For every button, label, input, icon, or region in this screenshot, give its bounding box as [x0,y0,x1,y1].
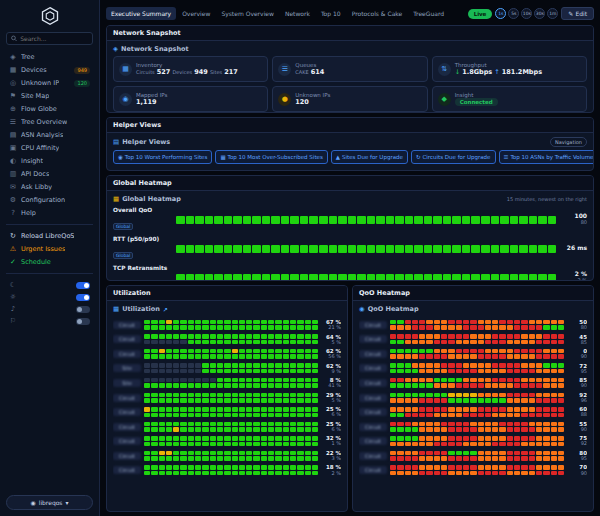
circuit-badge[interactable]: Circuit [359,466,387,474]
sound-toggle[interactable] [76,306,90,313]
interval-button-10s[interactable]: 10s [521,8,532,19]
sidebar-item-ask-libby[interactable]: ✉Ask Libby [6,181,93,193]
sidebar-item-tree[interactable]: ◈Tree [6,51,93,63]
helper-button-circuits-due-for-upgrade[interactable]: ↻Circuits Due for Upgrade [411,150,496,164]
heatmap-cell [478,436,484,441]
heatmap-cell [297,320,303,325]
sidebar-item-flow-globe[interactable]: ⊕Flow Globe [6,103,93,115]
heatmap-cell [514,422,520,427]
circuit-badge[interactable]: Circuit [113,452,141,460]
sidebar-divider [6,224,93,225]
circuit-badge[interactable]: Circuit [113,466,141,474]
sidebar-item-asn-analysis[interactable]: ▤ASN Analysis [6,129,93,141]
circuit-badge[interactable]: Circuit [359,379,387,387]
heatmap-cell [173,471,179,476]
heatmap-cell [456,354,462,359]
circuit-badge[interactable]: Circuit [113,350,141,358]
heatmap-cell [202,407,208,412]
circuit-badge[interactable]: Circuit [359,437,387,445]
utilization-row: Circuit64 %5 % [113,334,341,346]
helper-button-top-10-most-over-subscribed-sites[interactable]: ▦Top 10 Most Over-Subscribed Sites [215,150,327,164]
flags-toggle[interactable] [76,318,90,325]
app-logo[interactable] [40,6,60,26]
heatmap-cell [188,320,194,325]
sidebar-item-unknown-ip[interactable]: ◎Unknown IP120 [6,77,93,89]
search-input[interactable] [20,35,88,42]
heatmap-cell [232,378,238,383]
circuit-badge[interactable]: Site [113,364,141,372]
circuit-badge[interactable]: Circuit [113,321,141,329]
sidebar-action-reload-libreqos[interactable]: ↻Reload LibreQoS [6,230,93,242]
heatmap-cell [478,422,484,427]
interval-button-30s[interactable]: 30s [534,8,545,19]
circuit-badge[interactable]: Circuit [113,423,141,431]
heatmap-cell [151,378,157,383]
circuit-badge[interactable]: Circuit [359,321,387,329]
dark-mode-toggle[interactable] [76,282,90,289]
sidebar-item-api-docs[interactable]: ▥API Docs [6,168,93,180]
helper-button-sites-due-for-upgrade[interactable]: ▲Sites Due for Upgrade [331,150,408,164]
tab-overview[interactable]: Overview [177,7,215,20]
heatmap-strip [390,354,564,359]
heatmap-cell [261,369,267,374]
circuit-badge[interactable]: Circuit [359,335,387,343]
heatmap-cell [507,413,513,418]
sidebar-item-help[interactable]: ?Help [6,207,93,219]
search-box[interactable] [6,32,93,45]
heatmap-cell [492,451,498,456]
insight-status-badge: Connected [455,98,498,106]
interval-button-1m[interactable]: 1m [547,8,558,19]
heatmap-cell [412,378,418,383]
heatmap-cell [529,363,535,368]
tab-system-overview[interactable]: System Overview [216,7,279,20]
tab-treeguard[interactable]: TreeGuard [408,7,449,20]
heatmap-cell [426,393,432,398]
circuit-badge[interactable]: Circuit [113,408,141,416]
helper-button-top-10-worst-performing-sites[interactable]: ◉Top 10 Worst Performing Sites [113,150,212,164]
sidebar-item-devices[interactable]: ▦Devices949 [6,64,93,76]
sidebar-item-configuration[interactable]: ⚙Configuration [6,194,93,206]
heatmap-cell [510,216,519,224]
sidebar-item-site-map[interactable]: ⚑Site Map [6,90,93,102]
heatmap-cell [224,383,230,388]
tab-executive-summary[interactable]: Executive Summary [106,7,176,20]
account-button[interactable]: ◉ libreqos ▾ [6,495,93,510]
circuit-badge[interactable]: Circuit [113,394,141,402]
circuit-badge[interactable]: Circuit [359,423,387,431]
heatmap-cell [441,398,447,403]
display-toggle[interactable] [76,294,90,301]
circuit-badge[interactable]: Circuit [359,394,387,402]
heatmap-cell [412,471,418,476]
tab-protocols-cake[interactable]: Protocols & Cake [347,7,408,20]
sidebar-item-tree-overview[interactable]: ☰Tree Overview [6,116,93,128]
heatmap-cell [397,407,403,412]
sidebar-action-schedule[interactable]: ✓Schedule [6,256,93,268]
circuit-badge[interactable]: Circuit [359,408,387,416]
circuit-badge[interactable]: Circuit [113,437,141,445]
heatmap-cell [485,413,491,418]
interval-button-5s[interactable]: 5s [508,8,519,19]
external-link-icon[interactable]: ↗ [163,306,168,313]
tab-network[interactable]: Network [280,7,315,20]
heatmap-cell [412,369,418,374]
qoo-section-title: ◉ QoO Heatmap [359,305,587,313]
heatmap-cell [144,325,150,330]
heatmap-cell [205,245,214,253]
circuit-badge[interactable]: Circuit [359,452,387,460]
helper-button-top-10-asns-by-traffic-volume[interactable]: ☰Top 10 ASNs by Traffic Volume [499,150,595,164]
heatmap-cell [405,398,411,403]
heatmap-strip [390,349,564,354]
tab-top-10[interactable]: Top 10 [316,7,346,20]
insight-icon: ◐ [9,157,17,165]
sidebar-action-urgent-issues[interactable]: ⚠Urgent Issues [6,243,93,255]
heatmap-cell [283,325,289,330]
circuit-badge[interactable]: Circuit [359,364,387,372]
circuit-badge[interactable]: Circuit [113,335,141,343]
sidebar-item-cpu-affinity[interactable]: ▣CPU Affinity [6,142,93,154]
live-badge[interactable]: Live [468,9,493,19]
circuit-badge[interactable]: Circuit [359,350,387,358]
sidebar-item-insight[interactable]: ◐Insight [6,155,93,167]
circuit-badge[interactable]: Site [113,379,141,387]
interval-button-1s[interactable]: 1s [495,8,506,19]
edit-button[interactable]: ✎ Edit [561,7,594,20]
